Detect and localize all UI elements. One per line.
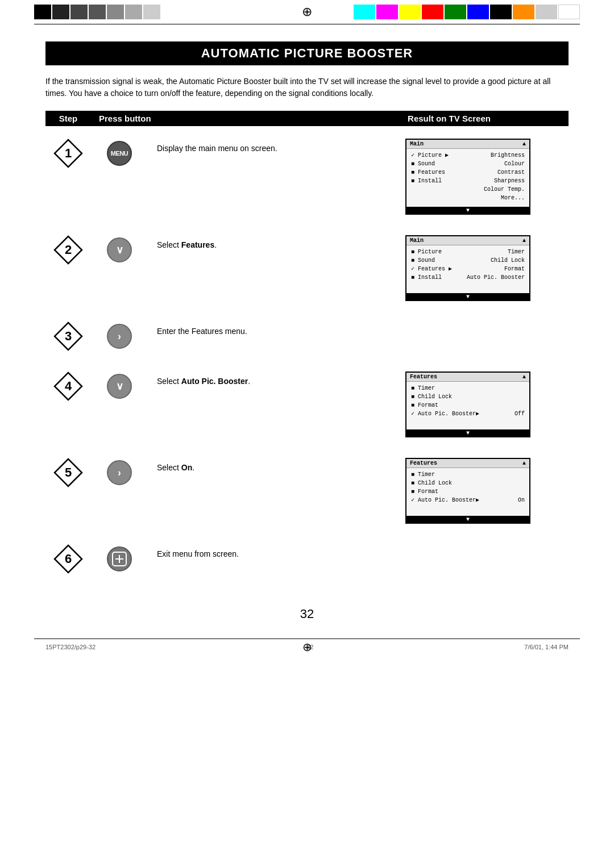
exit-button[interactable] [107, 546, 132, 571]
page-description: If the transmission signal is weak, the … [45, 76, 569, 99]
bar-magenta [376, 5, 398, 19]
steps-container: 1 MENU Display the main menu on screen. … [45, 128, 569, 584]
right-arrow-button-5[interactable]: › [107, 460, 132, 485]
tv-screen-1-footer: ▼ [406, 207, 529, 214]
step-button-4: ∨ [91, 372, 148, 399]
bar-orange [513, 5, 534, 19]
bar-4 [89, 5, 106, 19]
step-number-6: 6 [45, 544, 91, 574]
tv-screen-4-footer: ▼ [406, 429, 529, 436]
tv-screen-1: Main▲ ✓ Picture ▶Brightness ■ SoundColou… [405, 139, 530, 215]
step-number-1: 1 [45, 139, 91, 168]
tv-screen-2-header: Main▲ [406, 236, 529, 245]
step-number-3: 3 [45, 322, 91, 351]
bar-blue [467, 5, 489, 19]
step-desc-4: Select Auto Pic. Booster. [148, 372, 367, 387]
tv-screen-5-footer: ▼ [406, 516, 529, 523]
step-number-4: 4 [45, 372, 91, 401]
bar-7 [143, 5, 160, 19]
step-result-2: Main▲ ■ PictureTimer ■ SoundChild Lock ✓… [367, 235, 569, 301]
tv-screen-1-body: ✓ Picture ▶Brightness ■ SoundColour ■ Fe… [406, 149, 529, 205]
header-result: Result on TV Screen [330, 111, 569, 126]
down-arrow-button[interactable]: ∨ [107, 237, 132, 262]
page-content: AUTOMATIC PICTURE BOOSTER If the transmi… [45, 24, 569, 621]
tv-screen-4-header: Features▲ [406, 373, 529, 382]
right-arrow-button-3[interactable]: › [107, 324, 132, 349]
bar-red [422, 5, 443, 19]
step-result-4: Features▲ ■ Timer ■ Child Lock ■ Format … [367, 372, 569, 437]
step-desc-6: Exit menu from screen. [148, 544, 367, 560]
step-row-5: 5 › Select On. Features▲ ■ Timer ■ Child… [45, 448, 569, 534]
menu-button[interactable]: MENU [107, 141, 132, 166]
step-row-4: 4 ∨ Select Auto Pic. Booster. Features▲ … [45, 361, 569, 448]
step-button-5: › [91, 458, 148, 485]
step-row-2: 2 ∨ Select Features. Main▲ ■ PictureTime… [45, 225, 569, 311]
bar-6 [125, 5, 142, 19]
tv-screen-2: Main▲ ■ PictureTimer ■ SoundChild Lock ✓… [405, 235, 530, 301]
bar-green [445, 5, 466, 19]
page-title-box: AUTOMATIC PICTURE BOOSTER [45, 41, 569, 65]
tv-screen-5-header: Features▲ [406, 459, 529, 468]
top-section: ⊕ [0, 0, 614, 24]
bar-cyan [354, 5, 375, 19]
tv-screen-2-body: ■ PictureTimer ■ SoundChild Lock ✓ Featu… [406, 245, 529, 291]
tv-screen-4-body: ■ Timer ■ Child Lock ■ Format ✓ Auto Pic… [406, 382, 529, 427]
bar-1 [34, 5, 51, 19]
bar-3 [70, 5, 88, 19]
tv-screen-1-header: Main▲ [406, 140, 529, 149]
step-button-1: MENU [91, 139, 148, 166]
step-row-1: 1 MENU Display the main menu on screen. … [45, 128, 569, 225]
step-desc-1: Display the main menu on screen. [148, 139, 367, 155]
step-result-5: Features▲ ■ Timer ■ Child Lock ■ Format … [367, 458, 569, 524]
step-button-6 [91, 544, 148, 571]
step-row-3: 3 › Enter the Features menu. [45, 311, 569, 361]
center-registration: ⊕ [302, 6, 312, 18]
left-color-bars [34, 5, 160, 19]
header-press: Press button [91, 111, 330, 126]
page-title: AUTOMATIC PICTURE BOOSTER [201, 46, 413, 60]
tv-screen-4: Features▲ ■ Timer ■ Child Lock ■ Format … [405, 372, 530, 437]
step-desc-5: Select On. [148, 458, 367, 474]
step-button-2: ∨ [91, 235, 148, 262]
right-color-bars [354, 5, 580, 19]
down-arrow-button-4[interactable]: ∨ [107, 374, 132, 399]
bottom-registration: ⊕ [302, 640, 312, 654]
bar-yellow [399, 5, 421, 19]
step-number-2: 2 [45, 235, 91, 265]
footer-right: 7/6/01, 1:44 PM [524, 644, 569, 650]
step-table-header: Step Press button Result on TV Screen [45, 111, 569, 126]
bar-black2 [490, 5, 512, 19]
step-desc-2: Select Features. [148, 235, 367, 251]
page-number: 32 [45, 607, 569, 621]
step-desc-3: Enter the Features menu. [148, 322, 367, 337]
bar-2 [52, 5, 69, 19]
bar-white [558, 5, 580, 19]
header-step: Step [45, 111, 91, 126]
tv-screen-5: Features▲ ■ Timer ■ Child Lock ■ Format … [405, 458, 530, 524]
step-button-3: › [91, 322, 148, 349]
tv-screen-5-body: ■ Timer ■ Child Lock ■ Format ✓ Auto Pic… [406, 468, 529, 514]
bar-5 [107, 5, 124, 19]
step-row-6: 6 Exit menu from screen. [45, 534, 569, 584]
bar-ltgray [536, 5, 557, 19]
footer-left: 15PT2302/p29-32 [45, 644, 96, 650]
tv-screen-2-footer: ▼ [406, 293, 529, 300]
step-result-1: Main▲ ✓ Picture ▶Brightness ■ SoundColou… [367, 139, 569, 215]
step-number-5: 5 [45, 458, 91, 487]
